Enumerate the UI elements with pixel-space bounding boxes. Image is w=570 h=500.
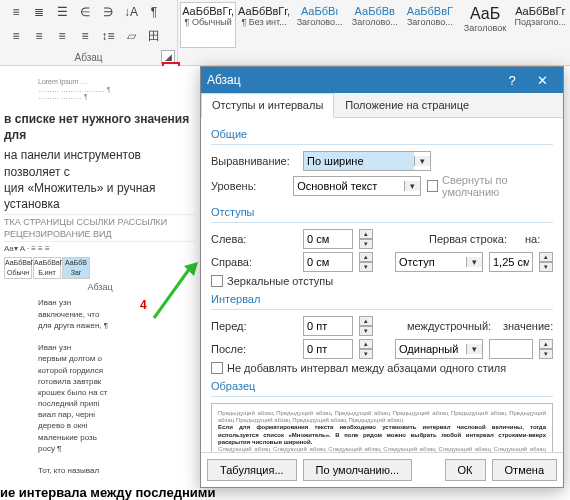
style-no-spacing[interactable]: АаБбВвГг,¶ Без инт...: [236, 2, 292, 48]
borders-icon[interactable]: 田: [144, 28, 164, 44]
indent-left-input[interactable]: [303, 229, 353, 249]
section-indents: Отступы: [211, 206, 553, 218]
bullets-icon[interactable]: ≡: [6, 4, 26, 20]
line-spacing-combo[interactable]: ▾: [395, 339, 483, 359]
paragraph-group: ≡ ≣ ☰ ∈ ∋ ↓A ¶ ≡ ≡ ≡ ≡ ↕≡ ▱ 田 Абзац ◢: [0, 0, 178, 65]
tab-page-position[interactable]: Положение на странице: [334, 93, 480, 117]
align-left-icon[interactable]: ≡: [6, 28, 26, 44]
spinner-icon[interactable]: ▴▾: [359, 252, 373, 272]
group-label: Абзац: [0, 52, 177, 63]
style-normal[interactable]: АаБбВвГг,¶ Обычный: [180, 2, 236, 48]
style-heading3[interactable]: АаБбВвГЗаголово...: [402, 2, 457, 48]
line-spacing-label: междустрочный:: [407, 320, 497, 332]
style-heading1[interactable]: АаБбВıЗаголово...: [292, 2, 347, 48]
align-center-icon[interactable]: ≡: [29, 28, 49, 44]
ribbon: ≡ ≣ ☰ ∈ ∋ ↓A ¶ ≡ ≡ ≡ ≡ ↕≡ ▱ 田 Абзац ◢ Аа…: [0, 0, 570, 66]
dialog-title: Абзац: [207, 73, 241, 87]
increase-indent-icon[interactable]: ∋: [98, 4, 118, 20]
cancel-button[interactable]: Отмена: [492, 459, 557, 481]
indent-right-label: Справа:: [211, 256, 297, 268]
doc-line: на панели инструментов позволяет с: [4, 147, 196, 179]
style-heading2[interactable]: АаБбВвЗаголово...: [347, 2, 402, 48]
spinner-icon[interactable]: ▴▾: [359, 316, 373, 336]
spinner-icon[interactable]: ▴▾: [359, 339, 373, 359]
indent-left-label: Слева:: [211, 233, 297, 245]
chevron-down-icon[interactable]: ▾: [414, 156, 430, 166]
show-marks-icon[interactable]: ¶: [144, 4, 164, 20]
before-label: Перед:: [211, 320, 297, 332]
mirror-indents-checkbox[interactable]: Зеркальные отступы: [211, 275, 333, 287]
spinner-icon[interactable]: ▴▾: [539, 339, 553, 359]
dialog-footer: Табуляция... По умолчанию... ОК Отмена: [201, 452, 563, 487]
value-input[interactable]: [489, 339, 533, 359]
section-preview: Образец: [211, 380, 553, 392]
outline-level-label: Уровень:: [211, 180, 287, 192]
line-spacing-icon[interactable]: ↕≡: [98, 28, 118, 44]
outline-level-combo[interactable]: ▾: [293, 176, 421, 196]
section-general: Общие: [211, 128, 553, 140]
alignment-combo[interactable]: ▾: [303, 151, 431, 171]
dialog-titlebar: Абзац ? ✕: [201, 67, 563, 93]
collapsed-checkbox: Свернуты по умолчанию: [427, 174, 553, 198]
help-icon[interactable]: ?: [497, 73, 527, 88]
first-line-label: Первая строка:: [429, 233, 519, 245]
value-label: значение:: [503, 320, 553, 332]
style-title[interactable]: АаБЗаголовок: [457, 2, 512, 48]
indent-right-input[interactable]: [303, 252, 353, 272]
doc-line: ция «Множитель» и ручная установка: [4, 180, 196, 212]
style-subtitle[interactable]: АаБбВвГгПодзаголо...: [513, 2, 568, 48]
doc-line: в списке нет нужного значения для: [4, 111, 196, 143]
before-input[interactable]: [303, 316, 353, 336]
first-line-combo[interactable]: ▾: [395, 252, 483, 272]
section-spacing: Интервал: [211, 293, 553, 305]
chevron-down-icon[interactable]: ▾: [404, 181, 420, 191]
preview-box: Предыдущий абзац Предыдущий абзац Предыд…: [211, 403, 553, 452]
no-space-same-style-checkbox[interactable]: Не добавлять интервал между абзацами одн…: [211, 362, 506, 374]
ribbon-tabs-mini: ТКА СТРАНИЦЫ ССЫЛКИ РАССЫЛКИ РЕЦЕНЗИРОВА…: [4, 214, 196, 242]
green-arrow-icon: [150, 262, 200, 322]
styles-gallery[interactable]: АаБбВвГг,¶ Обычный АаБбВвГг,¶ Без инт...…: [178, 0, 570, 65]
tabs-button[interactable]: Табуляция...: [207, 459, 297, 481]
default-button[interactable]: По умолчанию...: [303, 459, 413, 481]
annotation-marker-4: 4: [140, 298, 147, 312]
close-icon[interactable]: ✕: [527, 73, 557, 88]
alignment-label: Выравнивание:: [211, 155, 297, 167]
spinner-icon[interactable]: ▴▾: [359, 229, 373, 249]
svg-line-2: [154, 268, 190, 318]
multilevel-icon[interactable]: ☰: [52, 4, 72, 20]
ok-button[interactable]: ОК: [445, 459, 486, 481]
shading-icon[interactable]: ▱: [121, 28, 141, 44]
decrease-indent-icon[interactable]: ∈: [75, 4, 95, 20]
by-input[interactable]: [489, 252, 533, 272]
dialog-tabs: Отступы и интервалы Положение на страниц…: [201, 93, 563, 118]
after-label: После:: [211, 343, 297, 355]
sort-icon[interactable]: ↓A: [121, 4, 141, 20]
by-label: на:: [525, 233, 553, 245]
numbering-icon[interactable]: ≣: [29, 4, 49, 20]
after-input[interactable]: [303, 339, 353, 359]
justify-icon[interactable]: ≡: [75, 28, 95, 44]
align-right-icon[interactable]: ≡: [52, 28, 72, 44]
paragraph-dialog: Абзац ? ✕ Отступы и интервалы Положение …: [200, 66, 564, 488]
tab-indents-spacing[interactable]: Отступы и интервалы: [201, 93, 334, 118]
spinner-icon[interactable]: ▴▾: [539, 252, 553, 272]
doc-bottom-line: ие интервала между последними: [0, 485, 215, 500]
